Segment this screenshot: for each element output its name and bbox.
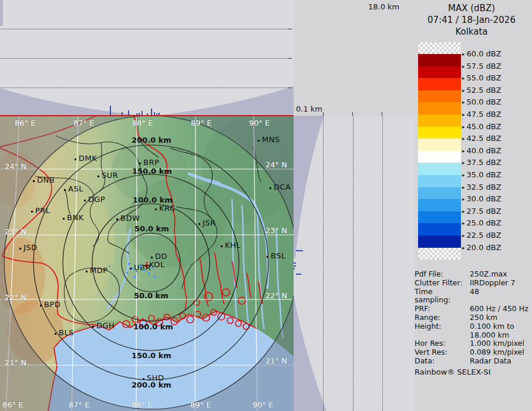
city-label: DNB [37, 176, 55, 184]
metadata-row: Clutter Filter:IIRDoppler 7 [415, 279, 532, 288]
city-label: BPD [44, 300, 60, 309]
echo-mark [143, 269, 145, 271]
metadata-row: 18.000 km [415, 331, 532, 340]
radar-site-name: Kolkata [411, 26, 532, 38]
legend-entry: ▸50.0 dBZ [462, 97, 501, 106]
city-dot [64, 189, 66, 191]
legend-entry: ▸42.5 dBZ [462, 134, 501, 143]
city-label: ASL [68, 184, 83, 193]
echo-spike [128, 110, 129, 115]
metadata-label: Vert Res: [415, 348, 470, 357]
range-ring-label: 100.0 km [133, 196, 173, 204]
city-dot [40, 305, 42, 306]
graticule-label: 86° E [2, 400, 23, 409]
legend-band [418, 66, 461, 79]
city-label: JSD [23, 243, 38, 252]
right-height-projection-panel [294, 116, 415, 411]
legend-arrow-icon: ▸ [462, 87, 465, 93]
metadata-row: PRF:600 Hz / 450 Hz [415, 305, 532, 314]
legend-band [418, 139, 461, 151]
range-ring-label: 150.0 km [132, 351, 171, 360]
echo-mark [134, 276, 136, 278]
city-dot [63, 218, 65, 220]
graticule-label: 21° N [5, 358, 26, 367]
legend-arrow-icon: ▸ [462, 112, 465, 117]
echo-spike [110, 106, 111, 115]
height-gridline [382, 116, 383, 411]
metadata-label: Range: [415, 314, 470, 322]
city-dot [151, 257, 153, 258]
legend-band [418, 114, 461, 127]
legend-arrow-icon: ▸ [462, 51, 465, 57]
echo-mark [151, 267, 153, 269]
legend-arrow-icon: ▸ [462, 184, 465, 190]
city-label: PRL [35, 206, 50, 215]
city-dot [270, 187, 271, 189]
city-dot [155, 208, 157, 210]
echo-mark [132, 268, 133, 269]
echo-mark [148, 272, 150, 274]
echo-spike [142, 111, 143, 115]
metadata-row: Range:250 km [415, 314, 532, 322]
city-label: DGP [88, 195, 105, 204]
city-label: DGH [96, 321, 115, 330]
legend-arrow-icon: ▸ [462, 136, 465, 142]
city-label: DD [155, 252, 167, 261]
legend-arrow-icon: ▸ [462, 63, 465, 69]
legend-entry: ▸37.5 dBZ [462, 158, 501, 167]
legend-value-label: 50.0 dBZ [467, 97, 501, 106]
legend-band [418, 102, 461, 114]
city-dot [97, 176, 99, 177]
graticule-label: 90° E [252, 400, 273, 409]
metadata-label: Height: [415, 322, 470, 331]
city-dot [139, 163, 141, 164]
legend-value-label: 40.0 dBZ [467, 146, 501, 155]
legend-entry: ▸55.0 dBZ [462, 73, 501, 82]
city-dot [143, 378, 144, 380]
height-gridline [323, 116, 324, 411]
metadata-value: 48 [470, 288, 532, 305]
legend-value-label: 45.0 dBZ [467, 122, 501, 131]
metadata-value: Radar Data [470, 357, 532, 366]
range-ring-label: 50.0 km [134, 291, 169, 300]
legend-value-label: 22.5 dBZ [467, 231, 501, 240]
city-dot [33, 180, 35, 182]
blind-cone-wedge-top [0, 0, 294, 116]
city-label: BDW [120, 214, 140, 223]
city-label: BNK [67, 213, 84, 222]
city-dot [258, 140, 260, 142]
range-ring-label: 150.0 km [132, 167, 172, 176]
graticule-label: 22° N [5, 293, 26, 302]
legend-arrow-icon: ▸ [462, 160, 465, 166]
city-label: KHL [225, 241, 241, 250]
legend-checker-top [418, 42, 461, 54]
legend-value-label: 60.0 dBZ [467, 49, 501, 58]
legend-entry: ▸20.0 dBZ [462, 243, 501, 252]
city-dot [75, 159, 76, 160]
metadata-label: Clutter Filter: [415, 279, 470, 288]
city-label: DCA [274, 183, 291, 191]
legend-band [418, 78, 461, 90]
graticule-label: 24° N [265, 160, 287, 169]
legend-band [418, 211, 461, 224]
metadata-row: Hor Res:1.000 km/pixel [415, 339, 532, 348]
city-label: BLS [59, 328, 74, 337]
legend-checker-bottom [418, 248, 461, 260]
legend-arrow-icon: ▸ [462, 124, 465, 130]
legend-arrow-icon: ▸ [462, 75, 465, 81]
origin-height-axis-label: 0.1 km [296, 105, 322, 113]
legend-value-label: 55.0 dBZ [467, 73, 501, 82]
city-label: DMK [79, 154, 97, 163]
legend-band [418, 199, 461, 211]
legend-value-label: 37.5 dBZ [467, 158, 501, 167]
metadata-label [415, 331, 470, 340]
legend-value-label: 47.5 dBZ [467, 110, 501, 119]
metadata-row: Data:Radar Data [415, 357, 532, 366]
graticule-label: 23° N [5, 227, 26, 236]
scan-metadata-block: Pdf File:250Z.maxClutter Filter:IIRDoppl… [415, 270, 532, 366]
metadata-row: Pdf File:250Z.max [415, 270, 532, 279]
legend-entry: ▸22.5 dBZ [462, 231, 501, 240]
legend-entry: ▸45.0 dBZ [462, 122, 501, 131]
legend-value-label: 42.5 dBZ [467, 134, 501, 143]
radar-display-window: 18.0 km 0.1 km [0, 0, 532, 411]
